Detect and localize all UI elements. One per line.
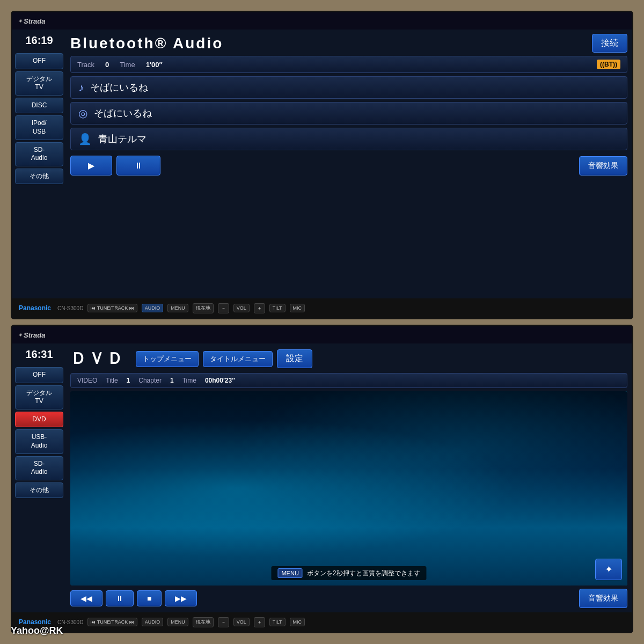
dvd-playback-controls: ◀◀ ⏸ ■ ▶▶ [70,590,197,606]
video-label: VIDEO [77,377,97,384]
hardware-bar-1: Panasonic CN-S300D ⏮ TUNE/TRACK ⏭ AUDIO … [12,298,632,318]
sidebar-btn-sdaudio-2[interactable]: SD-Audio [15,456,63,480]
rewind-button[interactable]: ◀◀ [70,590,103,606]
track-info-bar: Track 0 Time 1′00″ ((BT)) [70,56,627,73]
sidebar-btn-sonota-1[interactable]: その他 [15,169,63,185]
screen-area-1: 16:19 OFF デジタルTV DISC iPod/USB SD-Audio … [12,30,632,298]
main-container: Strada 16:19 OFF デジタルTV DISC iPod/USB SD… [0,0,644,644]
dvd-time-value: 00h00′23″ [205,377,235,384]
title-menu-button[interactable]: タイトルメニュー [203,351,273,367]
artist-name: 青山テルマ [98,133,147,145]
music-note-icon: ♪ [78,82,84,94]
strada-logo-1: Strada [18,17,45,25]
track-label: Track [77,61,94,69]
song-row-3: 👤 青山テルマ [70,128,627,150]
vol-label-2: VOL [233,618,250,626]
title-value-dvd: 1 [127,377,130,384]
time-value: 1′00″ [146,61,163,69]
brand-label-1: Panasonic [19,304,51,312]
vol-minus-btn-1[interactable]: － [218,303,229,313]
title-label-dvd: Title [106,377,118,384]
top-menu-button[interactable]: トップメニュー [136,351,199,367]
vol-label-1: VOL [233,304,250,312]
top-bar-1: Strada [12,12,632,30]
time-display-2: 16:31 [15,346,63,365]
sidebar-btn-off-1[interactable]: OFF [15,53,63,69]
stop-button[interactable]: ■ [137,590,162,606]
audio-btn-1[interactable]: AUDIO [142,304,164,312]
dvd-time-label: Time [182,377,196,384]
mic-btn-2[interactable]: MIC [290,618,305,626]
pause-button-1[interactable]: ⏸ [116,156,160,175]
tilt-btn-2[interactable]: TILT [269,618,286,626]
watermark: Yahoo@RK [11,625,63,636]
dvd-title: ＤＶＤ [70,348,125,370]
sidebar-btn-off-2[interactable]: OFF [15,367,63,383]
sound-effect-button-2[interactable]: 音響効果 [579,589,627,608]
menu-overlay-tag: MENU [277,568,302,578]
vol-plus-btn-2[interactable]: ＋ [254,617,265,627]
video-area: MENU ボタンを2秒押すと画質を調整できます ✦ [70,391,627,586]
time-display-1: 16:19 [15,32,63,51]
sidebar-btn-ipodusb[interactable]: iPod/USB [15,115,63,140]
menu-btn-hw-2[interactable]: MENU [167,618,188,626]
sidebar-2: 16:31 OFF デジタルTV DVD USB-Audio SD-Audio … [12,343,66,612]
main-content-2: ＤＶＤ トップメニュー タイトルメニュー 設定 VIDEO Title 1 Ch… [66,343,632,612]
song-title-1: そばにいるね [90,81,148,94]
nav-button[interactable]: ✦ [595,559,622,580]
settings-button[interactable]: 設定 [277,349,312,368]
model-label-1: CN-S300D [57,305,83,311]
top-bar-2: Strada [12,326,632,343]
album-icon: ◎ [78,107,87,120]
sidebar-btn-sonota-2[interactable]: その他 [15,482,63,499]
audio-btn-2[interactable]: AUDIO [142,618,164,626]
sidebar-btn-sdaudio-1[interactable]: SD-Audio [15,142,63,166]
sidebar-btn-digitaltv-2[interactable]: デジタルTV [15,385,63,409]
screen-area-2: 16:31 OFF デジタルTV DVD USB-Audio SD-Audio … [12,343,632,612]
play-button[interactable]: ▶ [70,156,112,175]
sound-effect-button-1[interactable]: 音響効果 [579,156,627,175]
video-overlay: MENU ボタンを2秒押すと画質を調整できます [271,566,426,580]
menu-btn-hw-1[interactable]: MENU [167,304,188,312]
sidebar-btn-usbaudio[interactable]: USB-Audio [15,429,63,453]
sidebar-btn-dvd[interactable]: DVD [15,412,63,428]
connect-button[interactable]: 接続 [592,34,627,53]
dvd-controls-row: ◀◀ ⏸ ■ ▶▶ 音響効果 [70,589,627,608]
page-title-1: Bluetooth® Audio [70,35,223,52]
mic-btn-1[interactable]: MIC [290,304,305,312]
tilt-btn-1[interactable]: TILT [269,304,286,312]
controls-row-1: ▶ ⏸ 音響効果 [70,156,627,175]
content-header-1: Bluetooth® Audio 接続 [70,34,627,53]
fastforward-button[interactable]: ▶▶ [165,590,197,606]
chapter-value: 1 [170,377,174,384]
dvd-header-row: ＤＶＤ トップメニュー タイトルメニュー 設定 [70,348,627,370]
vol-plus-btn-1[interactable]: ＋ [254,303,265,313]
unit1: Strada 16:19 OFF デジタルTV DISC iPod/USB SD… [11,11,633,319]
chapter-label: Chapter [138,377,162,384]
playback-controls: ▶ ⏸ [70,156,160,175]
sidebar-1: 16:19 OFF デジタルTV DISC iPod/USB SD-Audio … [12,30,66,298]
sidebar-btn-disc[interactable]: DISC [15,98,63,114]
strada-logo-2: Strada [18,331,45,339]
tune-track-btn-2[interactable]: ⏮ TUNE/TRACK ⏭ [87,618,137,626]
video-bg [70,391,627,586]
pause-button-2[interactable]: ⏸ [106,590,134,606]
sidebar-btn-digitaltv-1[interactable]: デジタルTV [15,71,63,96]
tune-track-btn-1[interactable]: ⏮ TUNE/TRACK ⏭ [87,304,137,312]
song-title-2: そばにいるね [94,107,152,120]
genzaichi-btn-1[interactable]: 現在地 [193,303,214,313]
artist-icon: 👤 [78,133,92,145]
model-label-2: CN-S300D [57,619,83,625]
song-row-2: ◎ そばにいるね [70,102,627,125]
vol-minus-btn-2[interactable]: － [218,617,229,627]
dvd-info-bar: VIDEO Title 1 Chapter 1 Time 00h00′23″ [70,373,627,388]
bt-icon: ((BT)) [597,60,620,69]
hardware-bar-2: Panasonic CN-S300D ⏮ TUNE/TRACK ⏭ AUDIO … [12,612,632,632]
overlay-message: ボタンを2秒押すと画質を調整できます [307,569,420,578]
brand-label-2: Panasonic [19,618,51,626]
time-label: Time [120,61,135,69]
track-value: 0 [105,61,109,69]
unit2: Strada 16:31 OFF デジタルTV DVD USB-Audio SD… [11,325,633,633]
genzaichi-btn-2[interactable]: 現在地 [193,617,214,627]
main-content-1: Bluetooth® Audio 接続 Track 0 Time 1′00″ (… [66,30,632,298]
